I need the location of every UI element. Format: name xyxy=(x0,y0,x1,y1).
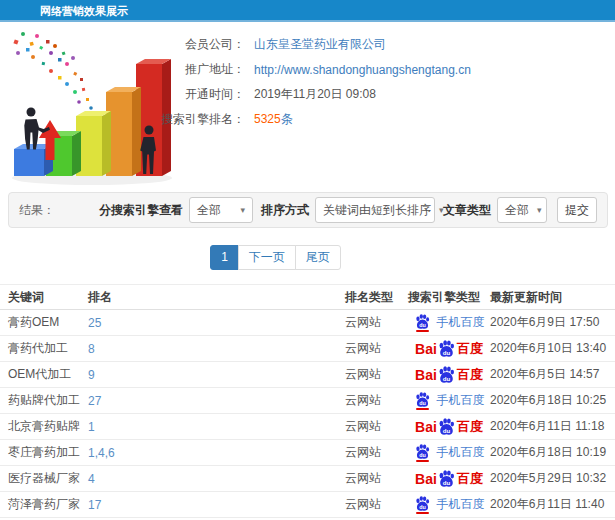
baidu-paw-icon: du xyxy=(438,418,455,435)
bar-orange xyxy=(106,87,141,176)
mobile-baidu-paw-icon: du xyxy=(415,314,430,332)
mobile-baidu-paw-icon: du xyxy=(415,392,430,410)
keyword-cell: 枣庄膏药加工 xyxy=(8,444,88,461)
promotion-url-label: 推广地址： xyxy=(150,61,245,78)
baidu-paw-icon: du xyxy=(438,340,455,357)
updated-time-cell: 2020年6月18日 10:19 xyxy=(490,444,615,461)
table-header-row: 关键词 排名 排名类型 搜索引擎类型 最新更新时间 xyxy=(0,284,615,310)
keyword-cell: 药贴牌代加工 xyxy=(8,392,88,409)
table-row: 膏药代加工 8 云网站 Bai du xyxy=(0,336,615,362)
keyword-cell: 膏药OEM xyxy=(8,314,88,331)
pagination: 1 下一页 尾页 xyxy=(0,245,615,270)
info-row-url: 推广地址： http://www.shandonghuangshengtang.… xyxy=(150,57,471,82)
updated-time-cell: 2020年5月29日 10:32 xyxy=(490,470,615,487)
engine-select[interactable]: 全部 ▾ xyxy=(189,197,253,223)
updated-time-cell: 2020年6月5日 14:57 xyxy=(490,366,615,383)
svg-text:du: du xyxy=(419,321,426,327)
bar-yellow xyxy=(76,111,111,176)
rank-type-cell: 云网站 xyxy=(345,340,408,357)
search-engine-cell: Bai du 百度 xyxy=(408,418,490,436)
baidu-logo: Bai du 百度 xyxy=(415,340,483,358)
rank-link[interactable]: 4 xyxy=(88,472,95,486)
rank-link[interactable]: 27 xyxy=(88,394,101,408)
company-label: 会员公司： xyxy=(150,36,245,53)
keyword-cell: 北京膏药贴牌 xyxy=(8,418,88,435)
sort-select[interactable]: 关键词由短到长排序 ▾ xyxy=(315,197,435,223)
search-engine-cell: Bai du 百度 xyxy=(408,340,490,358)
baidu-bai-text: Bai xyxy=(415,367,437,383)
col-header-rank-type: 排名类型 xyxy=(345,289,408,306)
svg-text:du: du xyxy=(443,349,451,356)
rank-type-cell: 云网站 xyxy=(345,496,408,513)
sort-filter-label: 排序方式 xyxy=(261,202,309,219)
article-type-select-value: 全部 xyxy=(505,202,529,219)
confetti-particles xyxy=(13,32,94,120)
company-link[interactable]: 山东皇圣堂药业有限公司 xyxy=(254,36,386,53)
chevron-down-icon: ▾ xyxy=(537,205,542,215)
baidu-cn-text: 百度 xyxy=(457,470,483,488)
last-page-button[interactable]: 尾页 xyxy=(295,245,341,270)
member-info-panel: 会员公司： 山东皇圣堂药业有限公司 推广地址： http://www.shand… xyxy=(150,32,471,132)
rank-type-cell: 云网站 xyxy=(345,366,408,383)
keyword-cell: 膏药代加工 xyxy=(8,340,88,357)
submit-button[interactable]: 提交 xyxy=(557,197,597,223)
svg-text:du: du xyxy=(419,399,426,405)
search-engine-cell: Bai du 百度 xyxy=(408,366,490,384)
engine-select-value: 全部 xyxy=(197,202,221,219)
col-header-updated: 最新更新时间 xyxy=(490,289,615,306)
rank-type-cell: 云网站 xyxy=(345,470,408,487)
svg-text:du: du xyxy=(443,479,451,486)
svg-text:du: du xyxy=(443,375,451,382)
keyword-cell: OEM代加工 xyxy=(8,366,88,383)
updated-time-cell: 2020年6月11日 11:18 xyxy=(490,418,615,435)
table-row: OEM代加工 9 云网站 Bai du xyxy=(0,362,615,388)
open-time-label: 开通时间： xyxy=(150,86,245,103)
rank-link[interactable]: 1,4,6 xyxy=(88,446,115,460)
baidu-paw-icon: du xyxy=(438,470,455,487)
rank-link[interactable]: 9 xyxy=(88,368,95,382)
table-row: 枣庄膏药加工 1,4,6 云网站 du xyxy=(0,440,615,466)
rank-count-number: 5325 xyxy=(254,112,281,126)
col-header-keyword: 关键词 xyxy=(8,289,88,306)
paw-red-underline xyxy=(416,460,429,462)
mobile-baidu-label: 手机百度 xyxy=(437,496,485,513)
rank-link[interactable]: 25 xyxy=(88,316,101,330)
baidu-cn-text: 百度 xyxy=(457,340,483,358)
page-title: 网络营销效果展示 xyxy=(40,5,128,17)
paw-red-underline xyxy=(416,408,429,410)
rank-link[interactable]: 1 xyxy=(88,420,95,434)
page-title-bar: 网络营销效果展示 xyxy=(0,0,615,22)
search-engine-cell: du 手机百度 xyxy=(408,496,490,514)
baidu-cn-text: 百度 xyxy=(457,418,483,436)
article-type-select[interactable]: 全部 ▾ xyxy=(497,197,547,223)
promotion-url-link[interactable]: http://www.shandonghuangshengtang.cn xyxy=(254,63,471,77)
mobile-baidu-label: 手机百度 xyxy=(437,314,485,331)
info-row-rank-count: 搜索引擎排名： 5325条 xyxy=(150,107,471,132)
baidu-paw-icon: du xyxy=(438,366,455,383)
rank-link[interactable]: 8 xyxy=(88,342,95,356)
baidu-logo: Bai du 百度 xyxy=(415,418,483,436)
info-row-company: 会员公司： 山东皇圣堂药业有限公司 xyxy=(150,32,471,57)
rank-link[interactable]: 17 xyxy=(88,498,101,512)
open-time-value: 2019年11月20日 09:08 xyxy=(254,86,376,103)
rank-count-value: 5325条 xyxy=(254,111,293,128)
paw-red-underline xyxy=(416,330,429,332)
next-page-button[interactable]: 下一页 xyxy=(238,245,296,270)
result-label: 结果： xyxy=(19,202,55,219)
rank-count-suffix: 条 xyxy=(281,112,293,126)
table-body: 膏药OEM 25 云网站 du xyxy=(0,310,615,518)
rank-type-cell: 云网站 xyxy=(345,392,408,409)
rank-type-cell: 云网站 xyxy=(345,418,408,435)
col-header-rank: 排名 xyxy=(88,289,345,306)
baidu-bai-text: Bai xyxy=(415,341,437,357)
chevron-down-icon: ▾ xyxy=(240,205,245,215)
rank-type-cell: 云网站 xyxy=(345,314,408,331)
search-engine-cell: du 手机百度 xyxy=(408,392,490,410)
keyword-cell: 医疗器械厂家 xyxy=(8,470,88,487)
baidu-bai-text: Bai xyxy=(415,471,437,487)
search-engine-cell: du 手机百度 xyxy=(408,444,490,462)
page-1-button[interactable]: 1 xyxy=(210,245,239,270)
table-row: 北京膏药贴牌 1 云网站 Bai du xyxy=(0,414,615,440)
rank-type-cell: 云网站 xyxy=(345,444,408,461)
mobile-baidu-logo: du 手机百度 xyxy=(414,392,485,410)
